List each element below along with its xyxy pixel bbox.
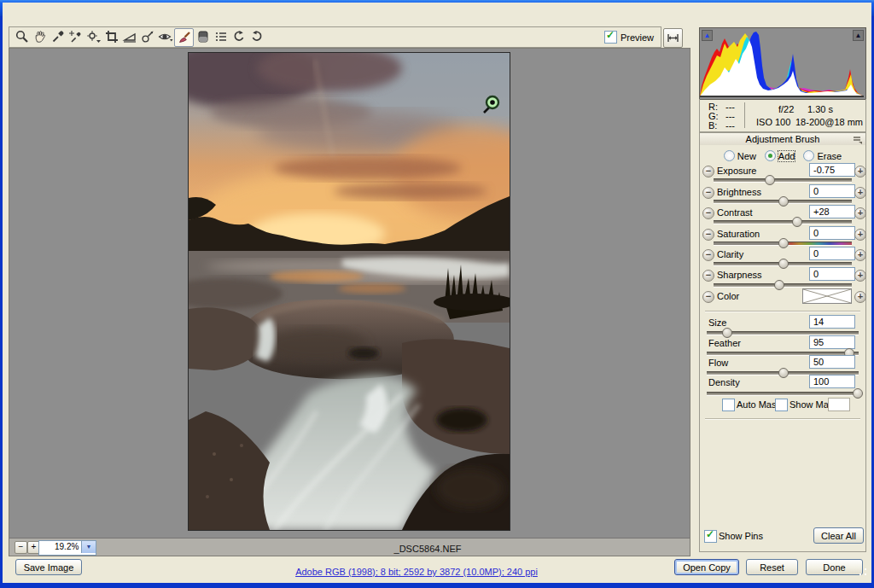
clarity-slider[interactable]	[714, 262, 852, 266]
color-swatch[interactable]	[802, 288, 852, 304]
camera-raw-dialog: Camera Raw 5.6 - Nikon D200	[0, 0, 874, 588]
fullscreen-icon	[667, 32, 679, 44]
white-balance-tool[interactable]	[49, 28, 67, 45]
clarity-increase-button[interactable]: +	[854, 249, 866, 261]
adjustment-pin[interactable]	[481, 94, 501, 114]
image-preview[interactable]	[188, 52, 510, 531]
new-radio[interactable]	[724, 150, 735, 161]
shutter-value: 1.30 s	[807, 104, 833, 114]
size-input[interactable]: 14	[809, 315, 855, 329]
preferences-tool[interactable]	[212, 28, 230, 45]
exposure-label: Exposure	[717, 166, 756, 176]
sharpness-decrease-button[interactable]: −	[702, 270, 714, 282]
contrast-input[interactable]: +28	[809, 205, 855, 218]
flow-input[interactable]: 50	[809, 355, 855, 369]
color-sampler-tool[interactable]	[67, 28, 84, 45]
preview-label: Preview	[621, 32, 654, 43]
resize-grip[interactable]	[859, 568, 867, 576]
auto-mask-checkbox[interactable]	[722, 399, 735, 411]
saturation-input[interactable]: 0	[809, 226, 855, 240]
sharpness-increase-button[interactable]: +	[854, 270, 866, 282]
lens-value: 18-200@18 mm	[795, 117, 863, 127]
image-info: R: --- G: --- B: --- f/22 1.30 s ISO 100…	[699, 99, 866, 132]
panel-title: Adjustment Brush	[746, 134, 820, 144]
targeted-adjustment-tool[interactable]	[84, 28, 102, 45]
density-slider[interactable]	[707, 392, 859, 396]
density-label: Density	[708, 377, 740, 387]
zoom-tool[interactable]	[13, 28, 31, 45]
contrast-slider[interactable]	[714, 220, 852, 224]
workflow-options-link[interactable]: Adobe RGB (1998); 8 bit; 2592 by 3872 (1…	[295, 567, 538, 577]
hand-tool[interactable]	[31, 28, 49, 45]
exposure-increase-button[interactable]: +	[854, 166, 866, 178]
zoom-out-button[interactable]: −	[15, 541, 27, 554]
sharpness-slider[interactable]	[714, 283, 852, 288]
adjustment-brush-panel: New Add Erase − Exposure -0.75 + − Brigh…	[699, 145, 866, 552]
adjustment-brush-tool[interactable]	[174, 28, 194, 47]
feather-input[interactable]: 95	[809, 335, 855, 349]
saturation-slider[interactable]	[714, 242, 852, 246]
spot-removal-tool[interactable]	[138, 28, 156, 45]
rotate-left-tool[interactable]	[230, 28, 248, 45]
erase-radio[interactable]	[803, 150, 814, 161]
saturation-decrease-button[interactable]: −	[702, 229, 714, 241]
clear-all-button[interactable]: Clear All	[813, 527, 864, 544]
straighten-tool[interactable]	[120, 28, 138, 45]
graduated-filter-tool[interactable]	[194, 28, 212, 45]
size-label: Size	[708, 317, 726, 328]
b-label: B:	[708, 120, 717, 131]
filename-label: _DSC5864.NEF	[265, 544, 590, 554]
color-label: Color	[717, 291, 739, 301]
crop-tool[interactable]	[102, 28, 120, 45]
shadow-clipping-warning[interactable]: ▲	[702, 30, 713, 41]
sharpness-label: Sharpness	[717, 270, 762, 280]
toggle-fullscreen-button[interactable]	[663, 28, 683, 48]
red-eye-removal-tool[interactable]	[156, 28, 174, 45]
exposure-slider[interactable]	[714, 178, 852, 183]
open-copy-button[interactable]: Open Copy	[674, 559, 739, 575]
add-radio[interactable]	[765, 150, 776, 161]
brightness-decrease-button[interactable]: −	[702, 187, 714, 199]
zoom-level-value: 19.2%	[55, 542, 79, 551]
show-pins-checkbox[interactable]	[704, 530, 717, 543]
aperture-value: f/22	[778, 104, 794, 114]
rotate-right-tool[interactable]	[248, 28, 265, 45]
zoom-strip: − + 19.2% ▼ _DSC5864.NEF	[9, 538, 690, 556]
chevron-down-icon[interactable]: ▼	[81, 541, 96, 553]
zoom-level-select[interactable]: 19.2% ▼	[38, 540, 96, 556]
preview-checkbox[interactable]	[604, 31, 617, 44]
mode-add[interactable]: Add	[765, 150, 795, 161]
feather-label: Feather	[708, 338, 741, 348]
dialog-body: Preview	[3, 3, 871, 583]
density-input[interactable]: 100	[809, 375, 855, 388]
panel-menu-icon[interactable]	[853, 136, 863, 144]
saturation-label: Saturation	[717, 229, 760, 239]
saturation-increase-button[interactable]: +	[854, 229, 866, 241]
show-mask-checkbox[interactable]	[775, 399, 788, 411]
exposure-input[interactable]: -0.75	[809, 163, 855, 177]
brightness-increase-button[interactable]: +	[854, 187, 866, 199]
color-increase-button[interactable]: +	[854, 291, 866, 303]
right-panel: ▲ ▲ R: --- G: --- B: --- f/22 1.30 s ISO…	[690, 24, 866, 555]
brightness-label: Brightness	[717, 187, 761, 197]
mode-new[interactable]: New	[724, 150, 756, 161]
exposure-decrease-button[interactable]: −	[702, 166, 714, 178]
contrast-decrease-button[interactable]: −	[702, 207, 714, 219]
highlight-clipping-warning[interactable]: ▲	[853, 30, 864, 41]
workflow-options: Adobe RGB (1998); 8 bit; 2592 by 3872 (1…	[131, 567, 702, 577]
reset-button[interactable]: Reset	[746, 559, 798, 575]
clarity-input[interactable]: 0	[809, 247, 855, 260]
color-decrease-button[interactable]: −	[702, 291, 714, 303]
clarity-decrease-button[interactable]: −	[702, 249, 714, 261]
done-button[interactable]: Done	[806, 559, 863, 575]
histogram: ▲ ▲	[699, 27, 866, 100]
brightness-slider[interactable]	[714, 200, 852, 204]
contrast-label: Contrast	[717, 207, 753, 218]
contrast-increase-button[interactable]: +	[854, 207, 866, 219]
save-image-button[interactable]: Save Image	[15, 559, 82, 575]
iso-value: ISO 100	[756, 117, 790, 127]
mode-erase[interactable]: Erase	[803, 150, 842, 161]
brightness-input[interactable]: 0	[809, 184, 855, 198]
sharpness-input[interactable]: 0	[809, 267, 855, 281]
mask-color-swatch[interactable]	[828, 398, 850, 411]
